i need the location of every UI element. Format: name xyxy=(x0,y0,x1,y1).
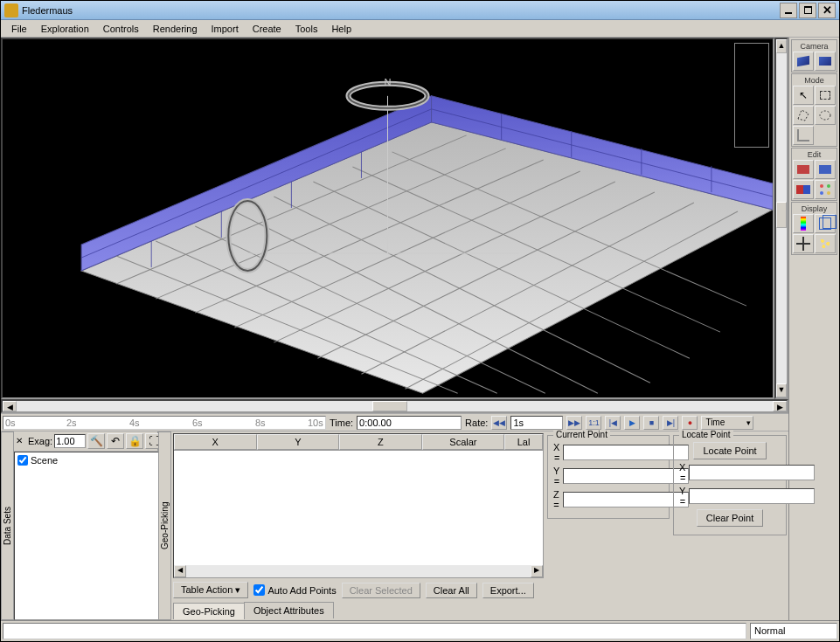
tick-3: 6s xyxy=(192,418,203,428)
col-scalar[interactable]: Scalar xyxy=(422,434,505,450)
auto-add-checkbox[interactable] xyxy=(253,584,265,596)
stop-button[interactable]: ■ xyxy=(643,416,659,430)
export-button[interactable]: Export... xyxy=(482,583,534,598)
edit-dots-button[interactable] xyxy=(815,180,836,199)
display-crosshair-button[interactable] xyxy=(793,234,814,253)
clear-selected-button[interactable]: Clear Selected xyxy=(342,583,420,598)
select-lasso-button[interactable] xyxy=(815,106,836,125)
auto-add-checkbox-label[interactable]: Auto Add Points xyxy=(253,584,336,596)
lp-y-input[interactable] xyxy=(689,488,815,504)
display-wirecube-button[interactable] xyxy=(815,214,836,233)
table-scroll-left-icon[interactable]: ◀ xyxy=(174,565,186,577)
scroll-right-icon[interactable]: ▶ xyxy=(773,401,787,411)
camera-ortho-button[interactable] xyxy=(815,52,836,71)
vscroll-thumb[interactable] xyxy=(776,202,787,228)
select-arrow-button[interactable]: ↖ xyxy=(793,86,814,105)
display-colorbar-button[interactable] xyxy=(793,214,814,233)
current-point-legend: Current Point xyxy=(553,430,610,439)
edit-blue-button[interactable] xyxy=(815,160,836,179)
scene-label: Scene xyxy=(31,455,58,466)
col-y[interactable]: Y xyxy=(257,434,340,450)
skip-back-button[interactable]: |◀ xyxy=(605,416,621,430)
scene-node[interactable]: Scene xyxy=(17,454,162,466)
exag-hammer-button[interactable]: 🔨 xyxy=(87,433,105,449)
col-label[interactable]: Lal xyxy=(504,434,543,450)
rate-forward-button[interactable]: ▶▶ xyxy=(566,416,582,430)
exag-undo-button[interactable]: ↶ xyxy=(107,433,124,449)
time-mode-dropdown[interactable]: Time xyxy=(701,416,753,430)
menu-exploration[interactable]: Exploration xyxy=(34,22,96,36)
cp-y-label: Y = xyxy=(553,466,559,487)
rate-input[interactable] xyxy=(510,416,563,430)
col-z[interactable]: Z xyxy=(339,434,422,450)
scroll-up-icon[interactable]: ▲ xyxy=(776,39,787,53)
geo-panel: Geo-Picking X Y Z Scalar Lal xyxy=(158,431,788,620)
svg-marker-36 xyxy=(798,110,809,121)
rate-rewind-button[interactable]: ◀◀ xyxy=(491,416,507,430)
time-ruler[interactable]: 0s 2s 4s 6s 8s 10s xyxy=(3,416,326,430)
locate-point-button[interactable]: Locate Point xyxy=(693,442,766,459)
scroll-left-icon[interactable]: ◀ xyxy=(3,401,17,411)
sidebar-toolbox: Camera Mode ↖ Edit xyxy=(788,38,839,620)
svg-point-37 xyxy=(820,111,830,120)
locate-point-legend: Locate Point xyxy=(679,430,733,439)
exag-input[interactable] xyxy=(54,434,86,448)
viewport-hscroll[interactable]: ◀ ▶ xyxy=(1,399,788,413)
datasets-panel: Data Sets ✕ Exag: 🔨 ↶ 🔒 ⛶ Sce xyxy=(1,431,158,620)
cp-z-input[interactable] xyxy=(563,492,689,507)
table-scroll-right-icon[interactable]: ▶ xyxy=(531,565,543,577)
edit-redblue-button[interactable] xyxy=(793,180,814,199)
table-action-dropdown[interactable]: Table Action xyxy=(173,582,248,598)
menu-import[interactable]: Import xyxy=(205,22,246,36)
geo-table-hscroll[interactable]: ◀ ▶ xyxy=(174,565,543,577)
exag-lock-button[interactable]: 🔒 xyxy=(126,433,143,449)
menu-file[interactable]: File xyxy=(4,22,34,36)
cp-x-input[interactable] xyxy=(563,445,689,460)
clear-point-button[interactable]: Clear Point xyxy=(697,509,763,527)
mode-group: Mode ↖ xyxy=(791,73,837,147)
close-button[interactable]: ✕ xyxy=(818,3,836,18)
menu-rendering[interactable]: Rendering xyxy=(146,22,205,36)
tick-4: 8s xyxy=(255,418,266,428)
status-message xyxy=(3,623,746,639)
camera-legend: Camera xyxy=(793,41,836,52)
menu-controls[interactable]: Controls xyxy=(96,22,146,36)
col-x[interactable]: X xyxy=(174,434,257,450)
scene-checkbox[interactable] xyxy=(17,455,28,466)
scroll-down-icon[interactable]: ▼ xyxy=(776,383,787,397)
ratio-button[interactable]: 1:1 xyxy=(586,416,601,430)
geo-vlabel: Geo-Picking xyxy=(158,431,171,620)
window-title: Fledermaus xyxy=(22,5,780,16)
record-button[interactable]: ● xyxy=(682,416,698,430)
datasets-close-icon[interactable]: ✕ xyxy=(16,436,26,446)
current-point-fieldset: Current Point X = Y = Z = xyxy=(547,435,670,519)
menu-help[interactable]: Help xyxy=(324,22,358,36)
menu-tools[interactable]: Tools xyxy=(288,22,325,36)
edit-red-button[interactable] xyxy=(793,160,814,179)
viewport-3d[interactable]: N xyxy=(1,38,774,399)
geo-table-body[interactable] xyxy=(174,451,543,565)
maximize-button[interactable] xyxy=(799,3,816,18)
datasets-tree[interactable]: Scene xyxy=(14,452,164,620)
select-poly-button[interactable] xyxy=(793,106,814,125)
time-input[interactable] xyxy=(357,416,462,430)
auto-add-label: Auto Add Points xyxy=(267,585,336,596)
preview-box xyxy=(734,43,769,148)
cp-y-input[interactable] xyxy=(563,468,689,484)
select-rect-button[interactable] xyxy=(815,86,836,105)
viewport-area: N ▲ ▼ ◀ ▶ xyxy=(1,38,788,413)
play-button[interactable]: ▶ xyxy=(624,416,640,430)
tab-object-attributes[interactable]: Object Attributes xyxy=(244,602,334,618)
skip-forward-button[interactable]: ▶| xyxy=(663,416,678,430)
menu-create[interactable]: Create xyxy=(246,22,288,36)
viewport-vscroll[interactable]: ▲ ▼ xyxy=(774,38,788,399)
camera-perspective-button[interactable] xyxy=(793,52,814,71)
display-scatter-button[interactable] xyxy=(815,234,836,253)
lp-x-input[interactable] xyxy=(689,465,815,480)
minimize-button[interactable] xyxy=(780,3,797,18)
mode-legend: Mode xyxy=(793,75,836,86)
clear-all-button[interactable]: Clear All xyxy=(426,583,477,598)
corner-mode-button[interactable] xyxy=(793,126,814,145)
hscroll-thumb[interactable] xyxy=(372,401,407,411)
tab-geo-picking[interactable]: Geo-Picking xyxy=(173,603,245,619)
